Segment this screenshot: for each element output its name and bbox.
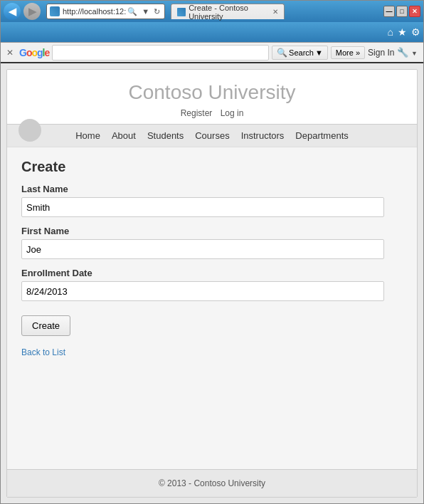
tab-favicon [177,8,186,16]
title-bar: ◀ ▶ http://localhost:12: 🔍 ▼ ↻ Create - … [1,1,423,22]
nav-instructors[interactable]: Instructors [241,130,285,141]
nav-about[interactable]: About [112,130,136,141]
first-name-label: First Name [21,226,403,236]
back-to-list-link[interactable]: Back to List [21,347,403,357]
maximize-button[interactable]: □ [396,6,408,17]
title-bar-left: ◀ ▶ http://localhost:12: 🔍 ▼ ↻ Create - … [4,3,285,20]
google-bar: ✕ Google 🔍 Search ▼ More » Sign In 🔧 ▼ [1,42,423,63]
nav-courses[interactable]: Courses [195,130,229,141]
close-button[interactable]: ✕ [409,6,420,17]
nav-departments[interactable]: Departments [295,130,348,141]
first-name-group: First Name [21,226,403,259]
form-title: Create [21,159,403,175]
enrollment-date-label: Enrollment Date [21,268,403,278]
enrollment-date-group: Enrollment Date [21,268,403,301]
create-button[interactable]: Create [21,315,70,336]
google-search-button[interactable]: 🔍 Search ▼ [272,46,328,60]
google-search-input[interactable] [52,45,269,61]
settings-icon[interactable]: ⚙ [411,26,420,38]
site-header: Contoso University Register Log in Home … [7,70,417,147]
site-nav: Home About Students Courses Instructors … [7,124,417,147]
nav-students[interactable]: Students [147,130,184,141]
google-close-btn[interactable]: ✕ [6,48,14,58]
google-wrench-button[interactable]: 🔧 ▼ [397,47,418,58]
site-auth-links: Register Log in [7,108,417,118]
page-content: Contoso University Register Log in Home … [1,63,423,503]
address-actions: 🔍 ▼ ↻ [126,7,161,16]
home-icon[interactable]: ⌂ [388,26,393,38]
first-name-input[interactable] [21,239,384,259]
address-text: http://localhost:12: [63,7,126,16]
site-container: Contoso University Register Log in Home … [6,69,418,498]
enrollment-date-input[interactable] [21,281,384,301]
register-link[interactable]: Register [181,108,213,118]
toolbar-row: ⌂ ★ ⚙ [1,22,423,42]
site-footer: © 2013 - Contoso University [7,469,417,497]
site-body: Create Last Name First Name Enrollment D… [7,147,417,469]
forward-button[interactable]: ▶ [23,3,41,20]
tab-label: Create - Contoso University [189,4,270,21]
browser-window: ◀ ▶ http://localhost:12: 🔍 ▼ ↻ Create - … [0,0,424,504]
google-logo: Google [19,47,49,58]
back-button[interactable]: ◀ [4,3,21,20]
nav-home[interactable]: Home [75,130,100,141]
last-name-group: Last Name [21,184,403,217]
address-search-btn[interactable]: 🔍 [126,7,139,16]
address-favicon [50,6,60,16]
footer-copyright: © 2013 - Contoso University [159,478,265,488]
address-refresh-btn[interactable]: ↻ [152,7,161,16]
last-name-label: Last Name [21,184,403,194]
address-dropdown-btn[interactable]: ▼ [140,7,151,16]
active-tab[interactable]: Create - Contoso University ✕ [171,4,285,19]
window-controls: — □ ✕ [383,6,420,17]
favorites-icon[interactable]: ★ [398,26,407,38]
google-signin-button[interactable]: Sign In [368,48,394,58]
google-more-button[interactable]: More » [331,46,365,59]
minimize-button[interactable]: — [383,6,395,17]
tab-close-button[interactable]: ✕ [272,8,278,16]
tab-bar: Create - Contoso University ✕ [171,4,285,19]
address-bar[interactable]: http://localhost:12: 🔍 ▼ ↻ [46,4,165,19]
last-name-input[interactable] [21,197,384,217]
site-title: Contoso University [7,81,417,104]
login-link[interactable]: Log in [221,108,244,118]
nav-circle-decoration [18,119,41,142]
toolbar-icons: ⌂ ★ ⚙ [388,26,420,38]
